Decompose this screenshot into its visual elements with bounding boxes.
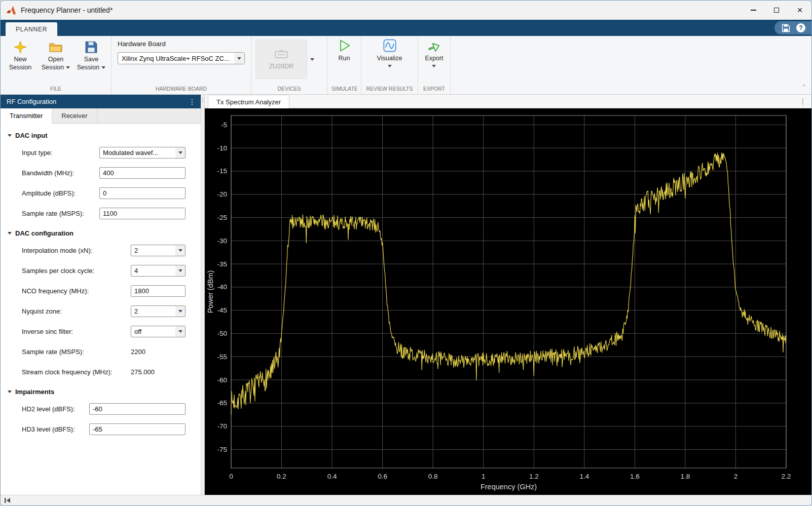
section-impairments[interactable]: Impairments: [1, 382, 201, 399]
nyquist-zone-dropdown[interactable]: 2: [131, 305, 186, 317]
hd2-level-input[interactable]: [89, 403, 186, 415]
field-row: NCO frequency (MHz):: [22, 281, 186, 301]
transmitter-form: DAC input Input type: Modulated wavef...…: [1, 124, 201, 495]
section-label-export: EXPORT: [418, 84, 450, 94]
field-row: Nyquist zone: 2: [22, 301, 186, 321]
section-label-simulate: SIMULATE: [327, 84, 361, 94]
sample-rate-input[interactable]: [99, 208, 186, 219]
chevron-down-icon: [66, 66, 70, 69]
field-row: Bandwidth (MHz):: [22, 163, 186, 183]
ribbon-section-file: New Session Open Session: [1, 36, 112, 94]
titlebar: Frequency Planner - untitled* ×: [1, 1, 811, 20]
tab-receiver[interactable]: Receiver: [52, 108, 97, 123]
svg-text:Power (dBm): Power (dBm): [206, 270, 214, 314]
field-row: Input type: Modulated wavef...: [22, 142, 186, 163]
open-session-label-1: Open: [48, 56, 64, 64]
tab-planner[interactable]: PLANNER: [6, 22, 57, 36]
window-title: Frequency Planner - untitled*: [21, 6, 742, 14]
hardware-board-dropdown[interactable]: Xilinx Zynq UltraScale+ RFSoC ZC...: [118, 52, 245, 64]
tab-transmitter[interactable]: Transmitter: [1, 108, 52, 124]
panel-splitter[interactable]: ⋮: [201, 95, 205, 495]
svg-text:1.4: 1.4: [579, 473, 589, 480]
field-label: Nyquist zone:: [22, 307, 62, 315]
input-type-dropdown[interactable]: Modulated wavef...: [99, 147, 186, 159]
help-button[interactable]: ?: [796, 23, 805, 32]
document-tab-bar: Tx Spectrum Analyzer ⋮: [205, 95, 811, 108]
sample-rate-readout: 2200: [131, 348, 186, 356]
nco-frequency-input[interactable]: [131, 285, 186, 297]
hardware-board-label: Hardware Board: [118, 40, 245, 48]
svg-text:-10: -10: [217, 144, 227, 152]
bandwidth-input[interactable]: [99, 167, 186, 179]
close-button[interactable]: ×: [788, 1, 811, 20]
section-title: DAC configuration: [15, 229, 73, 237]
matlab-logo-icon: [6, 5, 17, 16]
visualize-button[interactable]: Visualize: [376, 36, 403, 67]
svg-text:0.6: 0.6: [378, 473, 387, 480]
svg-text:0.2: 0.2: [277, 473, 286, 480]
status-bar: [1, 495, 811, 505]
device-dropdown-button[interactable]: [307, 40, 317, 79]
section-dac-input[interactable]: DAC input: [1, 126, 201, 142]
run-icon: [337, 38, 351, 53]
svg-text:-65: -65: [217, 399, 227, 407]
quick-access-toolbar: ?: [774, 21, 811, 34]
rf-configuration-panel: RF Configuration ⋮ Transmitter Receiver …: [1, 95, 201, 495]
stream-clock-frequency-readout: 275.000: [131, 368, 186, 376]
ribbon-collapse-icon[interactable]: ⌃: [802, 84, 806, 90]
field-label: HD3 level (dBFS):: [22, 425, 75, 433]
section-label-file: FILE: [1, 84, 111, 94]
export-button[interactable]: Export: [424, 36, 444, 67]
interpolation-mode-dropdown[interactable]: 2: [131, 245, 186, 256]
svg-text:2.2: 2.2: [782, 473, 791, 480]
chevron-down-icon: [175, 245, 185, 256]
svg-text:1: 1: [482, 473, 486, 480]
field-row: Stream clock frequency (MHz): 275.000: [22, 362, 186, 382]
ribbon-section-review: Visualize REVIEW RESULTS: [361, 36, 418, 94]
save-session-icon: [85, 41, 98, 54]
svg-text:Frequency (GHz): Frequency (GHz): [481, 483, 537, 491]
close-icon: ×: [797, 5, 802, 16]
document-kebab-icon[interactable]: ⋮: [799, 97, 806, 105]
panel-kebab-icon[interactable]: ⋮: [189, 98, 196, 105]
field-label: Samples per clock cycle:: [22, 267, 94, 275]
minimize-button[interactable]: [742, 1, 765, 20]
chevron-down-icon: [101, 66, 105, 69]
hd3-level-input[interactable]: [89, 423, 186, 435]
new-session-button[interactable]: New Session: [5, 38, 36, 71]
field-label: NCO frequency (MHz):: [22, 287, 89, 295]
tab-tx-spectrum-analyzer[interactable]: Tx Spectrum Analyzer: [208, 95, 289, 108]
field-label: Sample rate (MSPS):: [22, 210, 84, 217]
window-controls: ×: [742, 1, 811, 20]
amplitude-input[interactable]: [99, 187, 186, 199]
maximize-button[interactable]: [765, 1, 788, 20]
svg-text:-45: -45: [217, 306, 227, 314]
collapse-panel-icon[interactable]: [4, 497, 11, 503]
device-tile-zu28dr[interactable]: ZU28DR: [255, 40, 307, 79]
new-session-label-2: Session: [9, 64, 31, 72]
svg-text:-25: -25: [217, 214, 227, 221]
section-dac-configuration[interactable]: DAC configuration: [1, 223, 201, 240]
chevron-down-icon: [175, 265, 185, 276]
dropdown-value: off: [131, 328, 175, 335]
svg-text:-55: -55: [217, 353, 227, 361]
svg-text:-50: -50: [217, 330, 227, 337]
open-session-button[interactable]: Open Session: [40, 38, 71, 71]
dropdown-value: Modulated wavef...: [100, 149, 175, 157]
field-row: HD2 level (dBFS):: [22, 399, 186, 419]
svg-text:-60: -60: [217, 376, 227, 384]
save-icon[interactable]: [782, 24, 790, 32]
field-row: Sample rate (MSPS): 2200: [22, 341, 186, 362]
chevron-down-icon: [432, 65, 436, 67]
inverse-sinc-filter-dropdown[interactable]: off: [131, 326, 186, 337]
collapse-triangle-icon: [8, 391, 12, 393]
open-folder-icon: [49, 41, 63, 54]
spectrum-chart[interactable]: 00.20.40.60.811.21.41.61.822.2-5-10-15-2…: [205, 108, 811, 495]
run-button[interactable]: Run: [336, 36, 352, 63]
samples-per-clock-dropdown[interactable]: 4: [131, 265, 186, 277]
save-session-button[interactable]: Save Session: [76, 38, 107, 71]
field-label: Interpolation mode (xN):: [22, 247, 92, 254]
svg-text:1.8: 1.8: [681, 473, 690, 480]
ribbon-tab-row: PLANNER ?: [1, 20, 811, 36]
field-label: Input type:: [22, 149, 53, 157]
